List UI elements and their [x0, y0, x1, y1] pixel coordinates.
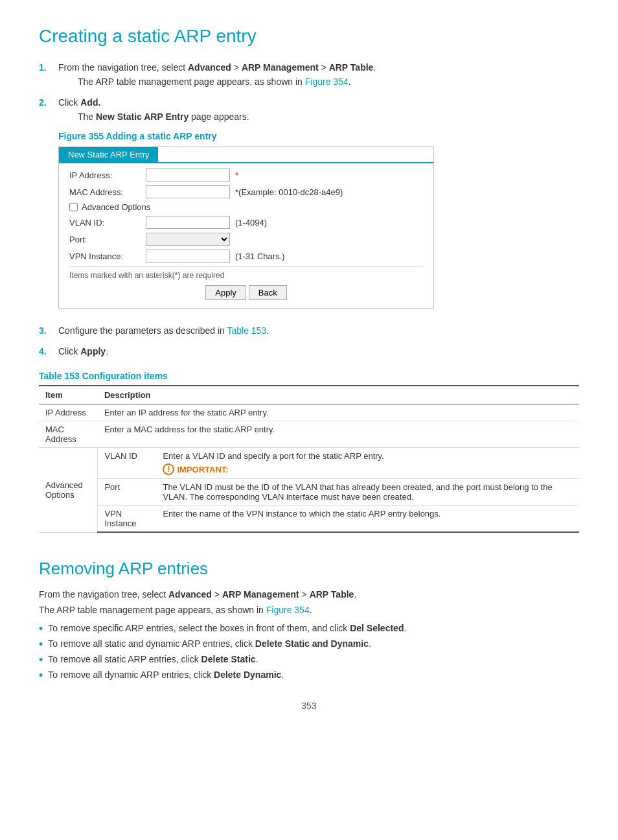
- back-button[interactable]: Back: [249, 285, 287, 300]
- apply-button[interactable]: Apply: [205, 285, 246, 300]
- vlan-id-input[interactable]: [146, 216, 230, 229]
- bullet-dot: •: [39, 638, 43, 650]
- item-ip-address: IP Address: [39, 404, 98, 421]
- vlan-id-row: VLAN ID: (1-4094): [69, 216, 423, 229]
- mac-address-input[interactable]: [146, 185, 230, 198]
- table-row: VPNInstance Enter the name of the VPN in…: [39, 506, 579, 533]
- step-4-number: 4.: [39, 346, 52, 360]
- config-table: Item Description IP Address Enter an IP …: [39, 385, 579, 533]
- port-select[interactable]: [146, 233, 230, 246]
- step-4-content: Click Apply.: [58, 346, 579, 360]
- figure-354-link2[interactable]: Figure 354: [266, 605, 310, 615]
- table-153-link[interactable]: Table 153: [227, 325, 266, 336]
- step-1-number: 1.: [39, 62, 52, 91]
- page-number: 353: [39, 701, 579, 711]
- table-row: Port The VLAN ID must be the ID of the V…: [39, 479, 579, 506]
- step-1: 1. From the navigation tree, select Adva…: [39, 62, 579, 91]
- desc-ip-address: Enter an IP address for the static ARP e…: [98, 404, 579, 421]
- important-icon: !: [163, 463, 174, 475]
- desc-vlan-id: VLAN ID Enter a VLAN ID and specify a po…: [98, 448, 579, 479]
- vlan-id-label: VLAN ID:: [69, 218, 141, 228]
- form-buttons: Apply Back: [69, 285, 423, 300]
- step-2-content: Click Add. The New Static ARP Entry page…: [58, 97, 579, 319]
- port-label: Port:: [69, 235, 141, 244]
- removing-bullets: • To remove specific ARP entries, select…: [39, 623, 579, 681]
- vpn-instance-row: VPN Instance: (1-31 Chars.): [69, 250, 423, 262]
- list-item: • To remove all dynamic ARP entries, cli…: [39, 670, 579, 681]
- table-row: IP Address Enter an IP address for the s…: [39, 404, 579, 421]
- list-item: • To remove all static ARP entries, clic…: [39, 654, 579, 666]
- ip-required-marker: *: [235, 170, 238, 180]
- step-1-content: From the navigation tree, select Advance…: [58, 62, 579, 91]
- list-item: • To remove specific ARP entries, select…: [39, 623, 579, 635]
- important-label: IMPORTANT:: [177, 465, 228, 474]
- step-3: 3. Configure the parameters as described…: [39, 325, 579, 340]
- mac-hint: *(Example: 0010-dc28-a4e9): [235, 187, 343, 197]
- step-2: 2. Click Add. The New Static ARP Entry p…: [39, 97, 579, 319]
- vpn-instance-input[interactable]: [146, 250, 230, 262]
- bullet-1-text: To remove specific ARP entries, select t…: [48, 623, 406, 633]
- col-description: Description: [98, 386, 579, 404]
- mac-address-row: MAC Address: *(Example: 0010-dc28-a4e9): [69, 185, 423, 198]
- step-1-main: From the navigation tree, select Advance…: [58, 62, 579, 73]
- desc-mac-address: Enter a MAC address for the static ARP e…: [98, 421, 579, 448]
- table-row: AdvancedOptions VLAN ID Enter a VLAN ID …: [39, 448, 579, 479]
- mac-address-label: MAC Address:: [69, 187, 141, 197]
- col-item: Item: [39, 386, 98, 404]
- figure-354-link[interactable]: Figure 354: [305, 76, 349, 87]
- advanced-options-checkbox[interactable]: [69, 203, 78, 211]
- bullet-4-text: To remove all dynamic ARP entries, click…: [48, 670, 284, 680]
- step-4: 4. Click Apply.: [39, 346, 579, 360]
- list-item: • To remove all static and dynamic ARP e…: [39, 638, 579, 650]
- item-advanced-vlan: AdvancedOptions: [39, 448, 98, 533]
- page-title: Creating a static ARP entry: [39, 26, 579, 47]
- bullet-dot: •: [39, 623, 43, 635]
- step-2-main: Click Add.: [58, 97, 579, 108]
- step-2-number: 2.: [39, 97, 52, 319]
- step-1-sub: The ARP table management page appears, a…: [78, 76, 579, 87]
- step-3-content: Configure the parameters as described in…: [58, 325, 579, 340]
- bullet-dot: •: [39, 654, 43, 666]
- removing-para1: From the navigation tree, select Advance…: [39, 589, 579, 600]
- ip-address-row: IP Address: *: [69, 169, 423, 181]
- ip-address-label: IP Address:: [69, 170, 141, 180]
- form-tab: New Static ARP Entry: [59, 147, 158, 162]
- bullet-dot: •: [39, 670, 43, 681]
- desc-vpn-instance: VPNInstance Enter the name of the VPN in…: [98, 506, 579, 533]
- advanced-options-label: Advanced Options: [82, 202, 150, 212]
- figure-355-title: Figure 355 Adding a static ARP entry: [58, 131, 579, 141]
- form-body: IP Address: * MAC Address: *(Example: 00…: [59, 162, 433, 308]
- form-footer-note: Items marked with an asterisk(*) are req…: [69, 266, 423, 280]
- step-3-number: 3.: [39, 325, 52, 340]
- section2-title: Removing ARP entries: [39, 559, 579, 579]
- vlan-id-hint: (1-4094): [235, 218, 267, 228]
- advanced-options-row: Advanced Options: [69, 202, 423, 212]
- table-row: MAC Address Enter a MAC address for the …: [39, 421, 579, 448]
- item-mac-address: MAC Address: [39, 421, 98, 448]
- step-3-main: Configure the parameters as described in…: [58, 325, 579, 336]
- vpn-instance-label: VPN Instance:: [69, 251, 141, 261]
- desc-port: Port The VLAN ID must be the ID of the V…: [98, 479, 579, 506]
- step-2-sub: The New Static ARP Entry page appears.: [78, 111, 579, 122]
- removing-para2: The ARP table management page appears, a…: [39, 605, 579, 615]
- port-row: Port:: [69, 233, 423, 246]
- bullet-3-text: To remove all static ARP entries, click …: [48, 654, 258, 664]
- table-153-title: Table 153 Configuration items: [39, 371, 579, 381]
- step-4-main: Click Apply.: [58, 346, 579, 356]
- ip-address-input[interactable]: [146, 169, 230, 181]
- vpn-instance-hint: (1-31 Chars.): [235, 251, 285, 261]
- bullet-2-text: To remove all static and dynamic ARP ent…: [48, 638, 371, 649]
- form-container: New Static ARP Entry IP Address: * MAC A…: [58, 146, 434, 309]
